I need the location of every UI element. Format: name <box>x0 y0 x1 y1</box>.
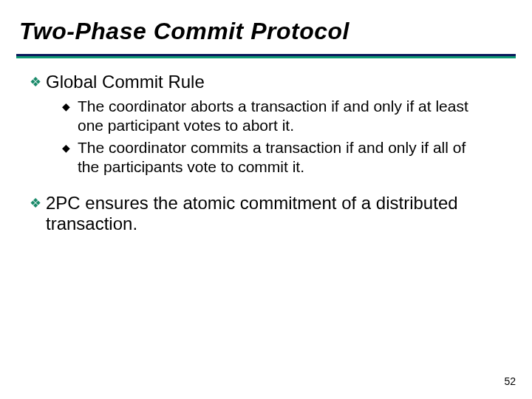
section-2: ❖ 2PC ensures the atomic commitment of a… <box>30 193 502 234</box>
page-number: 52 <box>504 375 516 387</box>
heading-row: ❖ 2PC ensures the atomic commitment of a… <box>30 193 502 234</box>
square-bullet-icon: ◆ <box>62 97 70 116</box>
square-bullet-icon: ◆ <box>62 138 70 157</box>
subitems: ◆ The coordinator aborts a transaction i… <box>62 97 502 177</box>
section-heading: 2PC ensures the atomic commitment of a d… <box>46 193 502 234</box>
heading-row: ❖ Global Commit Rule <box>30 72 502 92</box>
section-1: ❖ Global Commit Rule ◆ The coordinator a… <box>30 72 502 177</box>
list-item-text: The coordinator aborts a transaction if … <box>78 97 502 135</box>
list-item-text: The coordinator commits a transaction if… <box>78 138 502 177</box>
slide-title: Two-Phase Commit Protocol <box>0 0 532 51</box>
diamond-bullet-icon: ❖ <box>30 72 41 92</box>
slide: Two-Phase Commit Protocol ❖ Global Commi… <box>0 0 532 399</box>
list-item: ◆ The coordinator aborts a transaction i… <box>62 97 502 135</box>
section-heading: Global Commit Rule <box>46 72 205 92</box>
title-divider <box>16 54 516 58</box>
diamond-bullet-icon: ❖ <box>30 193 41 214</box>
list-item: ◆ The coordinator commits a transaction … <box>62 138 502 177</box>
slide-content: ❖ Global Commit Rule ◆ The coordinator a… <box>0 72 532 234</box>
